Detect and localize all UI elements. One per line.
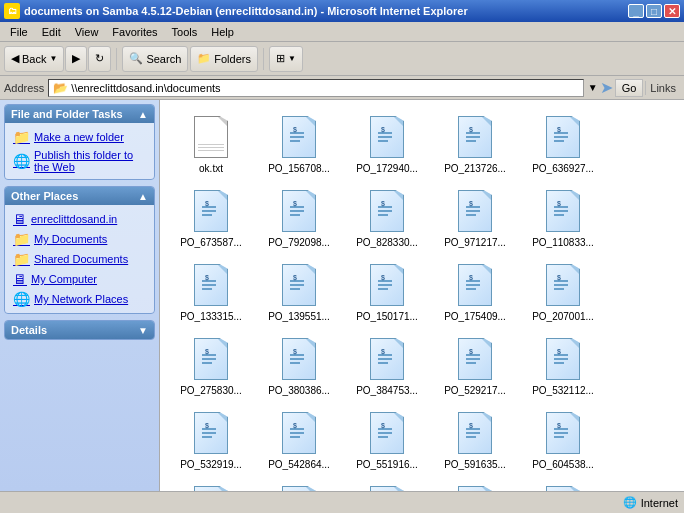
close-button[interactable]: ✕ (664, 4, 680, 18)
file-name-label: PO_542864... (268, 459, 330, 471)
my-computer-link[interactable]: 🖥 My Computer (9, 269, 150, 289)
list-item[interactable]: $ PO_529217... (432, 330, 518, 402)
file-name-label: PO_532919... (180, 459, 242, 471)
samba-file-icon: $ (282, 338, 316, 380)
file-icon-wrapper: $ (455, 113, 495, 161)
svg-text:$: $ (469, 348, 473, 356)
menu-favorites[interactable]: Favorites (106, 24, 163, 40)
list-item[interactable]: $ PO_679404... (432, 478, 518, 491)
file-name-label: PO_792098... (268, 237, 330, 249)
list-item[interactable]: $ PO_207001... (520, 256, 606, 328)
list-item[interactable]: $ PO_139551... (256, 256, 342, 328)
list-item[interactable]: $ PO_604538... (520, 404, 606, 476)
samba-file-icon: $ (458, 190, 492, 232)
file-icon-wrapper: $ (191, 261, 231, 309)
toolbar: ◀ Back ▼ ▶ ↻ 🔍 Search 📁 Folders ⊞ ▼ (0, 42, 684, 76)
file-icon-wrapper: $ (455, 187, 495, 235)
shared-documents-link[interactable]: 📁 Shared Documents (9, 249, 150, 269)
list-item[interactable]: ok.txt (168, 108, 254, 180)
publish-folder-link[interactable]: 🌐 Publish this folder to the Web (9, 147, 150, 175)
list-item[interactable]: $ PO_133315... (168, 256, 254, 328)
list-item[interactable]: $ PO_792098... (256, 182, 342, 254)
svg-text:$: $ (557, 274, 561, 282)
svg-text:$: $ (381, 126, 385, 134)
file-icon-wrapper: $ (279, 409, 319, 457)
views-button[interactable]: ⊞ ▼ (269, 46, 303, 72)
file-name-label: PO_604538... (532, 459, 594, 471)
list-item[interactable]: $ PO_673587... (168, 182, 254, 254)
samba-file-icon: $ (194, 412, 228, 454)
list-item[interactable]: $ PO_110833... (520, 182, 606, 254)
list-item[interactable]: $ PO_634511... (168, 478, 254, 491)
my-network-places-link[interactable]: 🌐 My Network Places (9, 289, 150, 309)
svg-text:$: $ (293, 126, 297, 134)
folders-button[interactable]: 📁 Folders (190, 46, 258, 72)
menu-tools[interactable]: Tools (166, 24, 204, 40)
file-icon-wrapper: $ (367, 261, 407, 309)
list-item[interactable]: $ PO_678348... (344, 478, 430, 491)
list-item[interactable]: $ PO_695559... (520, 478, 606, 491)
list-item[interactable]: $ PO_636927... (520, 108, 606, 180)
publish-icon: 🌐 (13, 153, 30, 169)
address-input[interactable]: 📂 \\enreclittdosand.in\documents (48, 79, 583, 97)
minimize-button[interactable]: _ (628, 4, 644, 18)
list-item[interactable]: $ PO_591635... (432, 404, 518, 476)
file-name-label: PO_150171... (356, 311, 418, 323)
menu-edit[interactable]: Edit (36, 24, 67, 40)
list-item[interactable]: $ PO_213726... (432, 108, 518, 180)
file-name-label: PO_156708... (268, 163, 330, 175)
back-button[interactable]: ◀ Back ▼ (4, 46, 64, 72)
svg-text:$: $ (469, 200, 473, 208)
list-item[interactable]: $ PO_380386... (256, 330, 342, 402)
list-item[interactable]: $ PO_532112... (520, 330, 606, 402)
list-item[interactable]: $ PO_172940... (344, 108, 430, 180)
details-header[interactable]: Details ▼ (5, 321, 154, 339)
samba-file-icon: $ (370, 338, 404, 380)
file-icon-wrapper: $ (543, 187, 583, 235)
svg-text:$: $ (381, 274, 385, 282)
maximize-button[interactable]: □ (646, 4, 662, 18)
list-item[interactable]: $ PO_971217... (432, 182, 518, 254)
list-item[interactable]: $ PO_156708... (256, 108, 342, 180)
list-item[interactable]: $ PO_175409... (432, 256, 518, 328)
file-name-label: PO_275830... (180, 385, 242, 397)
search-icon: 🔍 (129, 52, 143, 65)
list-item[interactable]: $ PO_275830... (168, 330, 254, 402)
search-button[interactable]: 🔍 Search (122, 46, 188, 72)
samba-file-icon: $ (194, 264, 228, 306)
list-item[interactable]: $ PO_551916... (344, 404, 430, 476)
samba-file-icon: $ (546, 116, 580, 158)
forward-button[interactable]: ▶ (65, 46, 87, 72)
file-folder-tasks-header[interactable]: File and Folder Tasks ▲ (5, 105, 154, 123)
svg-text:$: $ (469, 126, 473, 134)
shared-docs-icon: 📁 (13, 251, 30, 267)
list-item[interactable]: $ PO_150171... (344, 256, 430, 328)
list-item[interactable]: $ PO_542864... (256, 404, 342, 476)
samba-file-icon: $ (194, 338, 228, 380)
file-name-label: PO_110833... (532, 237, 594, 249)
menu-file[interactable]: File (4, 24, 34, 40)
file-icon-wrapper: $ (455, 335, 495, 383)
file-icon-wrapper: $ (367, 187, 407, 235)
address-label: Address (4, 82, 44, 94)
menu-view[interactable]: View (69, 24, 105, 40)
make-new-folder-link[interactable]: 📁 Make a new folder (9, 127, 150, 147)
samba-file-icon: $ (458, 264, 492, 306)
go-button[interactable]: Go (615, 79, 644, 97)
file-icon-wrapper: $ (367, 483, 407, 491)
file-icon-wrapper: $ (543, 113, 583, 161)
my-documents-link[interactable]: 📁 My Documents (9, 229, 150, 249)
samba-file-icon: $ (546, 264, 580, 306)
menu-help[interactable]: Help (205, 24, 240, 40)
other-places-header[interactable]: Other Places ▲ (5, 187, 154, 205)
list-item[interactable]: $ PO_655265... (256, 478, 342, 491)
list-item[interactable]: $ PO_384753... (344, 330, 430, 402)
new-folder-icon: 📁 (13, 129, 30, 145)
file-icon-wrapper: $ (191, 335, 231, 383)
refresh-button[interactable]: ↻ (88, 46, 111, 72)
list-item[interactable]: $ PO_828330... (344, 182, 430, 254)
file-name-label: PO_529217... (444, 385, 506, 397)
network-server-link[interactable]: 🖥 enreclittdosand.in (9, 209, 150, 229)
svg-text:$: $ (205, 274, 209, 282)
list-item[interactable]: $ PO_532919... (168, 404, 254, 476)
